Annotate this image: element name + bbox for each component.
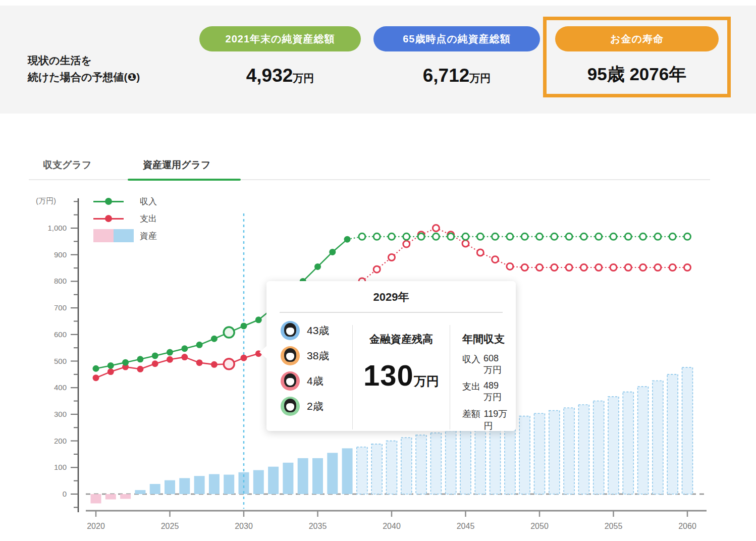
baby-avatar <box>281 397 300 416</box>
legend-expense: 支出 <box>93 210 157 227</box>
stat-networth-2021: 2021年末の純資産総額 4,932万円 <box>199 26 361 86</box>
svg-text:2045: 2045 <box>457 522 475 530</box>
money-lifespan-badge: お金の寿命 <box>555 26 719 51</box>
scenario-label-line1: 現状の生活を <box>28 52 140 69</box>
member-age: 43歳 <box>307 323 329 338</box>
year-tooltip: 2029年 43歳 38歳 4歳 2歳 <box>266 281 516 431</box>
networth-65-unit: 万円 <box>469 72 491 84</box>
stat-networth-65: 65歳時点の純資産総額 6,712万円 <box>373 26 540 86</box>
income-line-swatch-icon <box>93 201 124 202</box>
scenario-label-line2: 続けた場合の予想値(❶) <box>28 69 140 85</box>
scenario-label: 現状の生活を 続けた場合の予想値(❶) <box>28 52 140 85</box>
member-age: 4歳 <box>307 374 323 388</box>
legend-expense-label: 支出 <box>140 213 157 225</box>
svg-text:2050: 2050 <box>530 522 549 530</box>
svg-text:2035: 2035 <box>309 522 327 530</box>
svg-text:500: 500 <box>54 357 67 365</box>
svg-text:1,000: 1,000 <box>47 224 67 232</box>
family-ages-list: 43歳 38歳 4歳 2歳 <box>281 321 352 437</box>
summary-header: 現状の生活を 続けた場合の予想値(❶) 2021年末の純資産総額 4,932万円… <box>0 6 756 114</box>
asset-positive-swatch-icon <box>114 229 134 242</box>
avatar-face-icon <box>286 378 294 386</box>
svg-text:2055: 2055 <box>605 522 623 530</box>
svg-text:2025: 2025 <box>161 522 179 530</box>
annual-diff-label: 差額 <box>462 408 484 432</box>
networth-2021-value: 4,932万円 <box>199 65 361 86</box>
tab-asset-management-graph[interactable]: 資産運用グラフ <box>143 158 210 172</box>
family-member-row: 4歳 <box>281 371 352 391</box>
graph-tabs: 収支グラフ 資産運用グラフ <box>29 151 710 180</box>
networth-65-value: 6,712万円 <box>373 65 540 86</box>
svg-text:800: 800 <box>54 277 67 285</box>
networth-65-number: 6,712 <box>423 65 470 86</box>
svg-text:2030: 2030 <box>235 522 253 530</box>
y-axis: 01002003004005006007008009001,000 <box>47 198 78 512</box>
avatar-face-icon <box>286 403 294 411</box>
chart-legend: 収入 支出 資産 <box>93 193 157 244</box>
tab-income-expense-graph[interactable]: 収支グラフ <box>43 158 91 172</box>
annual-income-label: 収入 <box>462 353 483 376</box>
asset-negative-swatch-icon <box>93 229 114 242</box>
money-lifespan-box: お金の寿命 95歳 2076年 <box>543 17 731 97</box>
asset-bar-swatch-icon <box>93 229 134 242</box>
balance-label: 金融資産残高 <box>353 332 450 346</box>
annual-diff-row: 差額 119万円 <box>462 408 508 432</box>
avatar-face-icon <box>286 328 294 335</box>
svg-text:0: 0 <box>63 490 67 498</box>
networth-65-badge: 65歳時点の純資産総額 <box>373 26 540 51</box>
tooltip-arrow-icon <box>259 346 267 359</box>
annual-expense-row: 支出 489万円 <box>462 381 508 403</box>
annual-expense-value: 489万円 <box>483 381 508 403</box>
financial-balance-panel: 金融資産残高 130万円 <box>353 321 450 437</box>
svg-text:200: 200 <box>54 437 67 445</box>
svg-text:400: 400 <box>54 383 67 392</box>
asset-simulation-page: 現状の生活を 続けた場合の予想値(❶) 2021年末の純資産総額 4,932万円… <box>0 0 756 541</box>
networth-2021-badge: 2021年末の純資産総額 <box>199 26 361 51</box>
expense-line-swatch-icon <box>93 218 124 220</box>
svg-text:700: 700 <box>54 303 67 312</box>
family-member-row: 2歳 <box>281 397 352 416</box>
annual-expense-label: 支出 <box>462 381 483 403</box>
annual-income-row: 収入 608万円 <box>462 353 508 376</box>
legend-assets-label: 資産 <box>140 230 157 242</box>
mother-avatar <box>281 346 300 365</box>
svg-text:900: 900 <box>54 250 67 259</box>
svg-text:600: 600 <box>54 330 67 339</box>
legend-income: 収入 <box>93 193 157 210</box>
annual-balance-panel: 年間収支 収入 608万円 支出 489万円 差額 119万円 <box>450 321 508 437</box>
balance-number: 130 <box>363 359 414 392</box>
avatar-face-icon <box>286 353 294 360</box>
family-member-row: 38歳 <box>281 346 352 365</box>
annual-diff-value: 119万円 <box>484 408 508 432</box>
active-tab-underline <box>128 179 241 181</box>
member-age: 38歳 <box>307 349 329 363</box>
annual-label: 年間収支 <box>462 332 508 346</box>
svg-text:300: 300 <box>54 410 67 418</box>
legend-income-label: 収入 <box>140 196 157 207</box>
daughter-avatar <box>281 371 300 391</box>
member-age: 2歳 <box>307 399 323 413</box>
svg-text:2020: 2020 <box>87 522 105 530</box>
networth-2021-number: 4,932 <box>246 65 293 86</box>
tooltip-body: 43歳 38歳 4歳 2歳 金融資産残高 130 <box>266 313 516 437</box>
svg-text:2040: 2040 <box>383 522 401 530</box>
networth-2021-unit: 万円 <box>293 72 314 84</box>
legend-assets: 資産 <box>93 227 157 244</box>
balance-value: 130万円 <box>353 358 450 392</box>
balance-unit: 万円 <box>414 374 439 388</box>
family-member-row: 43歳 <box>281 321 352 340</box>
svg-text:2060: 2060 <box>678 522 696 530</box>
money-lifespan-value: 95歳 2076年 <box>547 63 727 86</box>
svg-text:100: 100 <box>54 463 67 471</box>
tooltip-year-title: 2029年 <box>266 281 516 305</box>
x-axis: 202020252030203520402045205020552060 <box>86 511 707 530</box>
annual-income-value: 608万円 <box>483 353 508 376</box>
father-avatar <box>281 321 300 340</box>
